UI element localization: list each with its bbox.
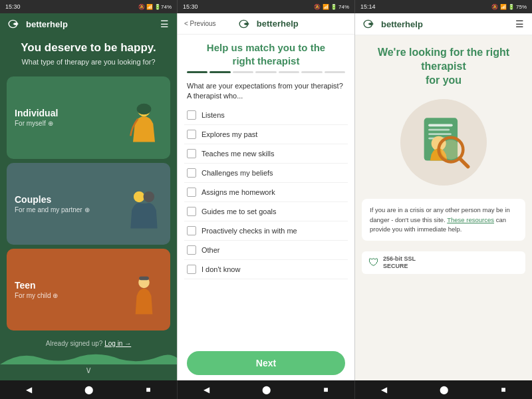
- prev-button[interactable]: < Previous: [184, 20, 216, 27]
- option-checkins[interactable]: Proactively checks in with me: [184, 221, 348, 241]
- checkbox-goals[interactable]: [187, 207, 196, 216]
- checkbox-listens[interactable]: [187, 110, 196, 120]
- time-3: 15:14: [360, 3, 376, 10]
- next-button[interactable]: Next: [187, 351, 345, 375]
- checkbox-checkins[interactable]: [187, 226, 196, 235]
- option-other[interactable]: Other: [184, 241, 348, 260]
- home-button-1[interactable]: ⬤: [84, 385, 93, 394]
- logo-icon-2: [239, 19, 253, 29]
- tagline: You deserve to be happy.: [11, 41, 166, 55]
- hamburger-icon-3[interactable]: ☰: [515, 19, 524, 29]
- option-listens[interactable]: Listens: [184, 106, 348, 125]
- panel2-title: Help us match you to the right therapist: [178, 35, 354, 71]
- teen-text: Teen For my child ⊕: [15, 280, 58, 299]
- checkbox-list: Listens Explores my past Teaches me new …: [178, 106, 354, 346]
- progress-seg-3: [233, 71, 253, 73]
- time-2: 15:30: [183, 3, 198, 10]
- individual-subtitle: For myself ⊕: [15, 120, 58, 127]
- crisis-link[interactable]: These resources: [447, 216, 494, 223]
- progress-seg-7: [325, 71, 345, 73]
- back-button-2[interactable]: ◀: [203, 385, 209, 394]
- label-explores: Explores my past: [201, 130, 257, 138]
- label-challenges: Challenges my beliefs: [201, 169, 273, 177]
- panel3-header: betterhelp ☰: [355, 13, 532, 35]
- label-other: Other: [201, 246, 220, 254]
- ssl-text: 256-bit SSL SECURE: [383, 255, 416, 270]
- svg-point-4: [144, 191, 155, 202]
- label-goals: Guides me to set goals: [201, 207, 277, 215]
- therapy-question: What type of therapy are you looking for…: [11, 57, 166, 67]
- status-1: 15:30 🔕 📶 🔋📶 🔋74%74%: [0, 0, 178, 13]
- search-illustration: [400, 99, 487, 186]
- checkbox-other[interactable]: [187, 245, 196, 255]
- option-goals[interactable]: Guides me to set goals: [184, 202, 348, 221]
- status-2: 15:30 🔕 📶 🔋 74%: [178, 0, 355, 13]
- recents-button-2[interactable]: ■: [323, 385, 328, 394]
- panel-home: betterhelp ☰ You deserve to be happy. Wh…: [0, 13, 178, 380]
- therapist-search-svg: [407, 106, 480, 179]
- checkbox-explores[interactable]: [187, 130, 196, 139]
- hamburger-icon-1[interactable]: ☰: [160, 19, 169, 29]
- login-link[interactable]: Log in →: [104, 340, 131, 347]
- progress-seg-1: [187, 71, 207, 73]
- therapy-cards: Individual For myself ⊕ Couples: [0, 71, 177, 336]
- wave: [0, 351, 177, 364]
- option-dont-know[interactable]: I don't know: [184, 260, 348, 279]
- progress-seg-6: [301, 71, 322, 73]
- back-button-3[interactable]: ◀: [381, 385, 387, 394]
- option-explores[interactable]: Explores my past: [184, 125, 348, 144]
- couples-text: Couples For me and my partner ⊕: [15, 194, 90, 213]
- svg-rect-12: [428, 134, 452, 136]
- label-checkins: Proactively checks in with me: [201, 227, 297, 235]
- label-teaches: Teaches me new skills: [201, 150, 274, 158]
- nav-bar: ◀ ⬤ ■ ◀ ⬤ ■ ◀ ⬤ ■: [0, 380, 532, 399]
- hero-section: You deserve to be happy. What type of th…: [0, 35, 177, 71]
- progress-seg-4: [255, 71, 276, 73]
- logo-icon-3: [363, 19, 378, 29]
- nav-1: ◀ ⬤ ■: [0, 380, 178, 399]
- recents-button-1[interactable]: ■: [146, 385, 150, 394]
- teen-title: Teen: [15, 280, 58, 291]
- progress-bar: [178, 71, 354, 78]
- logo-1: betterhelp: [8, 19, 68, 29]
- icons-2: 🔕 📶 🔋 74%: [314, 4, 349, 10]
- panel3-title: We're looking for the right therapist fo…: [355, 35, 532, 92]
- home-button-2[interactable]: ⬤: [262, 385, 271, 394]
- nav-3: ◀ ⬤ ■: [355, 380, 532, 399]
- individual-card[interactable]: Individual For myself ⊕: [7, 76, 170, 158]
- couples-card[interactable]: Couples For me and my partner ⊕: [7, 163, 170, 245]
- ssl-badge: 🛡 256-bit SSL SECURE: [362, 251, 525, 274]
- svg-point-16: [441, 140, 460, 160]
- couples-illustration: [126, 186, 162, 222]
- option-teaches[interactable]: Teaches me new skills: [184, 144, 348, 164]
- checkbox-teaches[interactable]: [187, 149, 196, 158]
- back-button-1[interactable]: ◀: [26, 385, 32, 394]
- couples-subtitle: For me and my partner ⊕: [15, 206, 90, 213]
- svg-rect-10: [428, 124, 453, 127]
- checkbox-homework[interactable]: [187, 188, 196, 197]
- recents-button-3[interactable]: ■: [501, 385, 505, 394]
- checkbox-dont-know[interactable]: [187, 265, 196, 274]
- logo-2: betterhelp: [239, 19, 299, 29]
- home-button-3[interactable]: ⬤: [440, 385, 448, 394]
- couples-title: Couples: [15, 194, 90, 205]
- checkbox-challenges[interactable]: [187, 168, 196, 178]
- progress-seg-2: [209, 71, 230, 73]
- title-accent-2: right therapist: [233, 55, 300, 66]
- label-listens: Listens: [201, 111, 225, 119]
- status-3: 15:14 🔕 📶 🔋 75%: [355, 0, 532, 13]
- option-challenges[interactable]: Challenges my beliefs: [184, 164, 348, 183]
- chevron-down-icon[interactable]: ∨: [0, 364, 177, 378]
- progress-seg-5: [279, 71, 299, 73]
- svg-line-17: [460, 158, 468, 167]
- svg-rect-11: [428, 129, 450, 131]
- footer-login: Already signed up? Log in →: [0, 336, 177, 351]
- option-homework[interactable]: Assigns me homework: [184, 183, 348, 202]
- teen-card[interactable]: Teen For my child ⊕: [7, 249, 170, 331]
- logo-3: betterhelp: [363, 19, 423, 29]
- question-text: What are your expectations from your the…: [178, 78, 354, 106]
- svg-point-2: [137, 104, 152, 115]
- nav-2: ◀ ⬤ ■: [178, 380, 355, 399]
- individual-illustration: [126, 99, 162, 136]
- crisis-notice: If you are in a crisis or any other pers…: [362, 199, 525, 241]
